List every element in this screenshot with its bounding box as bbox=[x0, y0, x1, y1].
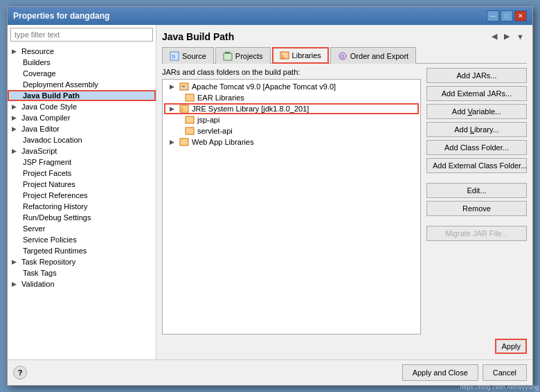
sidebar-item-label: Builders bbox=[23, 58, 51, 66]
add-library-button[interactable]: Add Library... bbox=[426, 122, 527, 137]
spacer2 bbox=[426, 219, 527, 223]
list-item[interactable]: ▶ J JRE System Library [jdk1.8.0_201] bbox=[164, 103, 419, 114]
sidebar-item-deployment-assembly[interactable]: Deployment Assembly bbox=[8, 79, 156, 90]
sidebar-item-javadoc-location[interactable]: Javadoc Location bbox=[8, 134, 156, 145]
svg-rect-2 bbox=[224, 53, 232, 60]
list-item[interactable]: ▶ ☕ Apache Tomcat v9.0 [Apache Tomcat v9… bbox=[164, 81, 419, 92]
bottom-bar: ? Apply and Close Cancel bbox=[8, 359, 532, 385]
sidebar-item-java-compiler[interactable]: ▶ Java Compiler bbox=[8, 112, 156, 123]
sidebar-item-project-references[interactable]: Project References bbox=[8, 190, 156, 201]
close-button[interactable]: ✕ bbox=[514, 10, 527, 21]
sidebar-item-label: Service Policies bbox=[23, 235, 77, 244]
add-class-folder-button[interactable]: Add Class Folder... bbox=[426, 140, 527, 155]
migrate-jar-button[interactable]: Migrate JAR File... bbox=[426, 226, 527, 241]
sidebar-item-label: Javadoc Location bbox=[23, 136, 82, 144]
svg-text:O: O bbox=[341, 54, 345, 59]
library-icon bbox=[185, 116, 195, 124]
tab-order-export[interactable]: O Order and Export bbox=[330, 47, 416, 64]
sidebar-item-targeted-runtimes[interactable]: Targeted Runtimes bbox=[8, 245, 156, 256]
sidebar-item-validation[interactable]: ▶ Validation bbox=[8, 278, 156, 289]
svg-rect-13 bbox=[186, 116, 194, 123]
add-external-jars-button[interactable]: Add External JARs... bbox=[426, 86, 527, 101]
sidebar-item-project-natures[interactable]: Project Natures bbox=[8, 179, 156, 190]
list-item[interactable]: jsp-api bbox=[164, 114, 419, 125]
help-button[interactable]: ? bbox=[13, 366, 27, 380]
sidebar-item-label: Java Code Style bbox=[21, 103, 77, 111]
svg-text:☕: ☕ bbox=[181, 84, 187, 90]
panel-header: Java Build Path ◀ ▶ ▼ bbox=[162, 30, 527, 42]
list-item[interactable]: servlet-api bbox=[164, 125, 419, 136]
jars-label: JARs and class folders on the build path… bbox=[162, 68, 421, 76]
sidebar-item-java-code-style[interactable]: ▶ Java Code Style bbox=[8, 101, 156, 112]
nav-forward-button[interactable]: ▶ bbox=[501, 30, 512, 42]
sidebar-item-coverage[interactable]: Coverage bbox=[8, 68, 156, 79]
edit-button[interactable]: Edit... bbox=[426, 183, 527, 198]
jars-list[interactable]: ▶ ☕ Apache Tomcat v9.0 [Apache Tomcat v9… bbox=[162, 79, 421, 335]
sidebar-item-task-tags[interactable]: Task Tags bbox=[8, 267, 156, 278]
svg-rect-3 bbox=[225, 52, 230, 53]
sidebar-item-label: Project Natures bbox=[23, 180, 75, 188]
sidebar-item-label: Java Compiler bbox=[21, 114, 70, 122]
apply-close-button[interactable]: Apply and Close bbox=[402, 364, 478, 381]
cancel-button[interactable]: Cancel bbox=[483, 364, 527, 381]
titlebar-controls: ─ □ ✕ bbox=[487, 10, 527, 21]
library-icon bbox=[185, 127, 195, 135]
jar-item-label: Web App Libraries bbox=[192, 138, 254, 146]
apply-row: Apply bbox=[162, 339, 527, 354]
sidebar-item-label: JavaScript bbox=[21, 147, 57, 155]
expand-icon: ▶ bbox=[12, 280, 19, 287]
nav-back-button[interactable]: ◀ bbox=[489, 30, 500, 42]
sidebar-item-label: Task Tags bbox=[23, 269, 57, 277]
sidebar-item-label: Deployment Assembly bbox=[23, 80, 98, 89]
minimize-button[interactable]: ─ bbox=[487, 10, 499, 21]
add-external-class-folder-button[interactable]: Add External Class Folder... bbox=[426, 158, 527, 173]
tab-source[interactable]: S Source bbox=[162, 47, 214, 64]
sidebar-item-label: Validation bbox=[21, 280, 55, 288]
sidebar-item-builders[interactable]: Builders bbox=[8, 57, 156, 68]
sidebar-item-label: Targeted Runtimes bbox=[23, 247, 87, 255]
svg-rect-14 bbox=[186, 127, 194, 134]
tab-projects[interactable]: Projects bbox=[215, 47, 271, 64]
sidebar-item-label: Java Build Path bbox=[23, 91, 80, 100]
dialog: Properties for dangdang ─ □ ✕ ▶ Resource… bbox=[7, 6, 533, 386]
expand-icon: ▶ bbox=[12, 103, 19, 110]
sidebar-item-javascript[interactable]: ▶ JavaScript bbox=[8, 145, 156, 157]
sidebar-item-java-build-path[interactable]: Java Build Path bbox=[8, 90, 156, 101]
jar-item-label: JRE System Library [jdk1.8.0_201] bbox=[192, 105, 309, 113]
sidebar-item-jsp-fragment[interactable]: JSP Fragment bbox=[8, 157, 156, 168]
sidebar-item-project-facets[interactable]: Project Facets bbox=[8, 168, 156, 179]
tab-projects-label: Projects bbox=[235, 52, 263, 60]
sidebar-item-java-editor[interactable]: ▶ Java Editor bbox=[8, 123, 156, 134]
apply-button[interactable]: Apply bbox=[495, 339, 527, 354]
tabs: S Source Projects L Librarie bbox=[162, 46, 527, 64]
sidebar-item-label: Coverage bbox=[23, 69, 56, 78]
tab-order-export-label: Order and Export bbox=[350, 52, 408, 60]
sidebar-item-run-debug-settings[interactable]: Run/Debug Settings bbox=[8, 212, 156, 223]
maximize-button[interactable]: □ bbox=[501, 10, 513, 21]
dialog-title: Properties for dangdang bbox=[13, 11, 109, 21]
nav-dropdown-button[interactable]: ▼ bbox=[514, 31, 527, 42]
remove-button[interactable]: Remove bbox=[426, 201, 527, 216]
list-item[interactable]: ▶ Web App Libraries bbox=[164, 136, 419, 148]
sidebar-item-task-repository[interactable]: ▶ Task Repository bbox=[8, 256, 156, 267]
sidebar-item-label: Resource bbox=[21, 47, 54, 55]
expand-icon: ▶ bbox=[12, 148, 19, 154]
filter-input[interactable] bbox=[10, 28, 153, 42]
sidebar-item-label: Task Repository bbox=[21, 258, 75, 266]
sidebar-item-resource[interactable]: ▶ Resource bbox=[8, 46, 156, 57]
library-icon: ☕ bbox=[179, 82, 189, 91]
sidebar-item-refactoring-history[interactable]: Refactoring History bbox=[8, 201, 156, 212]
sidebar-item-label: Project References bbox=[23, 191, 88, 199]
add-jars-button[interactable]: Add JARs... bbox=[426, 68, 527, 83]
build-path-area: JARs and class folders on the build path… bbox=[162, 68, 527, 335]
jar-item-label: jsp-api bbox=[197, 116, 219, 124]
expand-icon: ▶ bbox=[12, 48, 19, 55]
add-variable-button[interactable]: Add Variable... bbox=[426, 104, 527, 119]
sidebar-item-service-policies[interactable]: Service Policies bbox=[8, 234, 156, 245]
tab-libraries[interactable]: L Libraries bbox=[272, 47, 329, 64]
sidebar-item-server[interactable]: Server bbox=[8, 223, 156, 234]
list-item[interactable]: EAR Libraries bbox=[164, 92, 419, 103]
expand-icon: ▶ bbox=[170, 83, 177, 90]
library-icon: J bbox=[179, 105, 189, 113]
expand-icon: ▶ bbox=[170, 105, 177, 112]
